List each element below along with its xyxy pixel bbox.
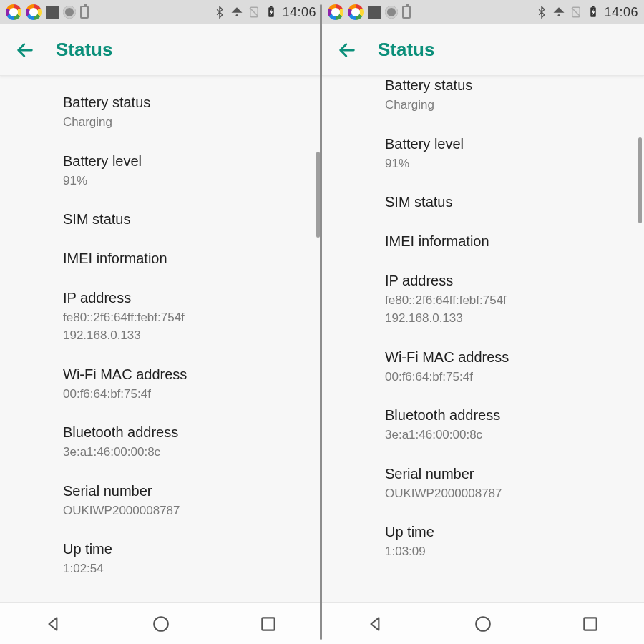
battery-charging-icon — [265, 6, 278, 19]
row-wifi-mac[interactable]: Wi-Fi MAC address 00:f6:64:bf:75:4f — [0, 355, 322, 414]
no-sim-icon — [248, 6, 260, 19]
clock: 14:06 — [604, 5, 638, 20]
nav-recent[interactable] — [247, 610, 290, 638]
row-sub: 3e:a1:46:00:00:8c — [63, 444, 305, 462]
svg-point-0 — [236, 14, 238, 16]
row-sub: Charging — [385, 97, 627, 114]
row-title: SIM status — [63, 210, 305, 229]
row-battery-level[interactable]: Battery level 91% — [322, 125, 644, 183]
bluetooth-icon — [213, 6, 226, 19]
row-title: Serial number — [63, 482, 305, 501]
clock: 14:06 — [282, 5, 316, 20]
row-title: Bluetooth address — [385, 406, 627, 425]
battery-charging-icon — [587, 6, 600, 19]
row-imei[interactable]: IMEI information — [322, 222, 644, 261]
row-sub: 00:f6:64:bf:75:4f — [63, 386, 305, 404]
row-sub: Charging — [63, 114, 305, 132]
row-sub: 1:02:54 — [63, 560, 305, 578]
row-title: Wi-Fi MAC address — [385, 348, 627, 367]
row-serial[interactable]: Serial number OUKIWP2000008787 — [322, 454, 644, 513]
row-sub: 3e:a1:46:00:00:8c — [385, 426, 627, 444]
record-icon — [385, 6, 398, 19]
app-bar: Status — [322, 24, 644, 76]
row-sub: fe80::2f6:64ff:febf:754f 192.168.0.133 — [63, 309, 305, 344]
scrollbar[interactable] — [638, 137, 642, 223]
wifi-icon — [552, 6, 565, 19]
row-wifi-mac[interactable]: Wi-Fi MAC address 00:f6:64:bf:75:4f — [322, 338, 644, 396]
svg-point-12 — [476, 617, 490, 631]
row-sim-status[interactable]: SIM status — [322, 182, 644, 222]
row-title: Bluetooth address — [63, 423, 305, 442]
row-serial[interactable]: Serial number OUKIWP2000008787 — [0, 472, 322, 530]
scrollbar[interactable] — [316, 152, 320, 238]
battery-saver-icon — [80, 6, 89, 19]
nav-back[interactable] — [32, 610, 75, 638]
row-title: IMEI information — [63, 249, 305, 268]
content-area[interactable]: Battery status Charging Battery level 91… — [322, 76, 644, 602]
back-button[interactable] — [10, 35, 40, 65]
row-battery-status[interactable]: Battery status Charging — [0, 83, 322, 142]
nav-bar — [322, 602, 644, 644]
app-bar: Status — [0, 24, 322, 76]
row-battery-status[interactable]: Battery status Charging — [322, 76, 644, 125]
status-list: Battery status Charging Battery level 91… — [322, 76, 644, 571]
row-title: IP address — [385, 271, 627, 291]
svg-line-9 — [572, 8, 580, 16]
screen-left: 14:06 Status Battery status Charging Bat… — [0, 0, 322, 644]
row-title: Wi-Fi MAC address — [63, 365, 305, 384]
row-uptime[interactable]: Up time 1:02:54 — [0, 530, 322, 588]
row-sub: 00:f6:64:bf:75:4f — [385, 369, 627, 386]
app-notif-icon — [348, 4, 364, 20]
row-sub: fe80::2f6:64ff:febf:754f 192.168.0.133 — [385, 292, 627, 327]
wifi-icon — [230, 6, 243, 19]
status-bar: 14:06 — [322, 0, 644, 24]
svg-line-2 — [250, 8, 258, 16]
nav-home[interactable] — [462, 610, 504, 638]
back-button[interactable] — [332, 35, 362, 65]
row-sub: 91% — [385, 155, 627, 173]
no-sim-icon — [570, 6, 582, 19]
row-bluetooth-addr[interactable]: Bluetooth address 3e:a1:46:00:00:8c — [322, 396, 644, 454]
svg-rect-13 — [584, 618, 596, 630]
battery-saver-icon — [402, 6, 411, 19]
status-list: Battery status Charging Battery level 91… — [0, 80, 322, 588]
row-battery-level[interactable]: Battery level 91% — [0, 142, 322, 200]
screen-right: 14:06 Status Battery status Charging Bat… — [322, 0, 644, 644]
row-sim-status[interactable]: SIM status — [0, 200, 322, 239]
app-notif-icon — [6, 4, 21, 20]
row-title: IMEI information — [385, 232, 627, 251]
row-title: Up time — [385, 522, 627, 542]
svg-rect-4 — [270, 6, 273, 8]
app-notif-icon — [328, 4, 343, 20]
svg-rect-11 — [592, 6, 595, 8]
row-sub: OUKIWP2000008787 — [63, 502, 305, 520]
nav-bar — [0, 602, 322, 644]
row-title: Up time — [63, 540, 305, 559]
svg-point-5 — [154, 617, 168, 631]
row-title: IP address — [63, 288, 305, 308]
row-title: Battery status — [63, 93, 305, 112]
record-icon — [63, 6, 76, 19]
screenshot-icon — [368, 6, 381, 19]
nav-back[interactable] — [354, 610, 397, 638]
row-ip[interactable]: IP address fe80::2f6:64ff:febf:754f 192.… — [322, 261, 644, 337]
app-notif-icon — [26, 4, 42, 20]
nav-home[interactable] — [140, 610, 182, 638]
row-sub: OUKIWP2000008787 — [385, 485, 627, 503]
row-ip[interactable]: IP address fe80::2f6:64ff:febf:754f 192.… — [0, 278, 322, 354]
row-imei[interactable]: IMEI information — [0, 239, 322, 278]
row-sub: 91% — [63, 172, 305, 190]
row-title: Battery level — [63, 152, 305, 171]
status-bar: 14:06 — [0, 0, 322, 24]
row-bluetooth-addr[interactable]: Bluetooth address 3e:a1:46:00:00:8c — [0, 413, 322, 472]
bluetooth-icon — [535, 6, 548, 19]
nav-recent[interactable] — [569, 610, 612, 638]
row-title: Serial number — [385, 464, 627, 484]
row-title: Battery level — [385, 135, 627, 154]
content-area[interactable]: Battery status Charging Battery level 91… — [0, 76, 322, 602]
page-title: Status — [56, 39, 112, 61]
row-uptime[interactable]: Up time 1:03:09 — [322, 512, 644, 571]
svg-point-7 — [558, 14, 560, 16]
svg-rect-6 — [262, 618, 274, 630]
row-title: Battery status — [385, 76, 627, 95]
